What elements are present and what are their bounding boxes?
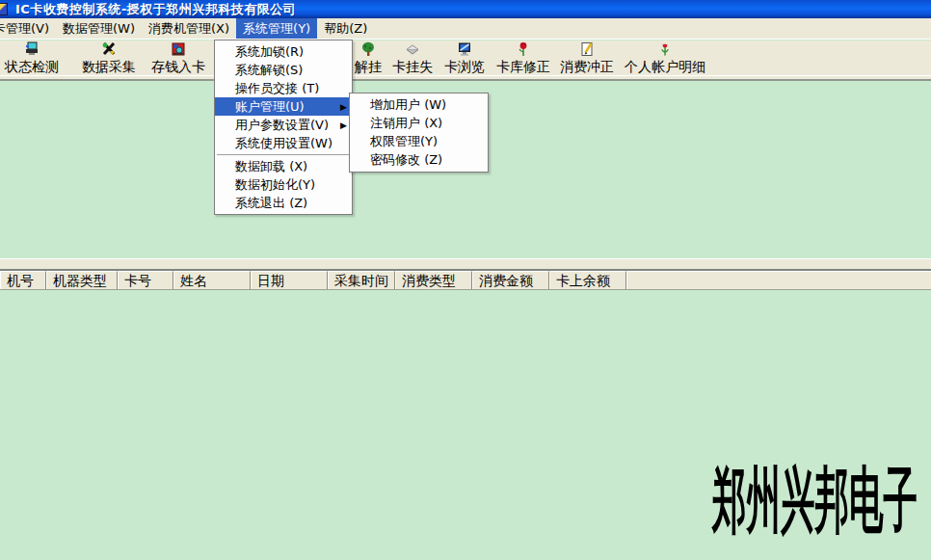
monitor-icon (457, 41, 472, 57)
toolbar-button-reversal[interactable]: 消费冲正 (557, 41, 617, 74)
toolbar-button-label: 数据采集 (82, 60, 136, 74)
column-header-card-balance[interactable]: 卡上余额 (549, 271, 626, 289)
window-title: IC卡收费控制系统-授权于郑州兴邦科技有限公司 (15, 1, 296, 18)
menu-item-data-unload[interactable]: 数据卸载 (X) (215, 157, 352, 175)
toolbar-button-deposit-card[interactable]: 存钱入卡 (146, 41, 210, 74)
submenu-item-add-user[interactable]: 增加用户 (W) (350, 95, 488, 114)
column-header-consume-type[interactable]: 消费类型 (395, 271, 472, 289)
toolbar-button-status-check[interactable]: 状态检测 (0, 41, 64, 74)
menu-item-label: 账户管理(U) (235, 98, 305, 116)
submenu-arrow-icon: ▶ (340, 101, 347, 111)
column-header-card-no[interactable]: 卡号 (118, 271, 173, 289)
toolbar-button-label: 卡库修正 (496, 60, 550, 74)
menu-pos-management[interactable]: 消费机管理(X) (142, 18, 236, 39)
column-header-name[interactable]: 姓名 (173, 271, 251, 289)
toolbar-button-account-detail[interactable]: 个人帐户明细 (621, 41, 709, 74)
menu-item-user-param-settings[interactable]: 用户参数设置(V) ▶ (215, 116, 352, 134)
menu-item-system-usage-settings[interactable]: 系统使用设置(W) (215, 134, 352, 152)
submenu-arrow-icon: ▶ (340, 120, 347, 129)
account-management-submenu: 增加用户 (W) 注销用户 (X) 权限管理(Y) 密码修改 (Z) (349, 93, 489, 173)
diamond-icon (405, 41, 420, 57)
menu-system-management[interactable]: 系统管理(Y) (236, 18, 317, 39)
document-pencil-icon (579, 41, 595, 57)
app-icon[interactable] (0, 3, 8, 15)
menu-item-system-unlock[interactable]: 系统解锁(S) (215, 61, 352, 79)
menu-help[interactable]: 帮助(Z) (317, 18, 374, 39)
menu-item-data-init[interactable]: 数据初始化(Y) (215, 175, 352, 194)
toolbar-button-label: 消费冲正 (560, 60, 614, 74)
toolbar-button-card-db-fix[interactable]: 卡库修正 (493, 41, 553, 74)
tree-icon (360, 41, 376, 57)
column-header-machine-type[interactable]: 机器类型 (46, 271, 118, 289)
data-collect-icon (101, 41, 117, 57)
rose-icon (516, 41, 531, 57)
column-header-collect-time[interactable]: 采集时间 (328, 271, 395, 289)
menu-item-system-lock[interactable]: 系统加锁(R) (215, 42, 352, 61)
deposit-card-icon (171, 41, 186, 57)
column-header-filler (626, 271, 931, 289)
menu-item-system-exit[interactable]: 系统退出 (Z) (215, 194, 352, 212)
toolbar-button-report-loss[interactable]: 卡挂失 (386, 41, 439, 74)
toolbar-button-data-collect[interactable]: 数据采集 (77, 41, 141, 74)
column-header-machine-no[interactable]: 机号 (0, 271, 46, 289)
titlebar: IC卡收费控制系统-授权于郑州兴邦科技有限公司 (0, 0, 931, 18)
menu-item-operator-handover[interactable]: 操作员交接 (T) (215, 79, 352, 97)
system-management-menu: 系统加锁(R) 系统解锁(S) 操作员交接 (T) 账户管理(U) ▶ 用户参数… (214, 40, 353, 215)
menu-card-management[interactable]: 卡管理(V) (0, 18, 56, 39)
tulip-icon (657, 41, 673, 57)
column-header-consume-amount[interactable]: 消费金额 (472, 271, 549, 289)
app-window: IC卡收费控制系统-授权于郑州兴邦科技有限公司 卡管理(V) 数据管理(W) 消… (0, 0, 931, 560)
toolbar-button-label: 个人帐户明细 (625, 60, 705, 74)
toolbar-button-card-browse[interactable]: 卡浏览 (438, 41, 492, 74)
menu-data-management[interactable]: 数据管理(W) (56, 18, 142, 39)
toolbar-button-label: 状态检测 (5, 60, 59, 74)
toolbar-button-label: 卡挂失 (392, 60, 433, 74)
toolbar-button-label: 存钱入卡 (151, 60, 205, 74)
submenu-item-permission-management[interactable]: 权限管理(Y) (350, 132, 488, 150)
toolbar-button-label: 卡浏览 (444, 60, 485, 74)
vendor-watermark: 郑州兴邦电子 (712, 464, 918, 535)
menu-item-label: 用户参数设置(V) (235, 117, 329, 134)
toolbar: 状态检测 数据采集 存钱入卡 解挂 卡挂失 (0, 40, 931, 75)
menubar: 卡管理(V) 数据管理(W) 消费机管理(X) 系统管理(Y) 帮助(Z) (0, 18, 931, 40)
toolbar-button-label: 解挂 (355, 60, 382, 74)
submenu-item-change-password[interactable]: 密码修改 (Z) (350, 150, 488, 169)
submenu-item-remove-user[interactable]: 注销用户 (X) (350, 114, 488, 132)
column-header-date[interactable]: 日期 (251, 271, 328, 289)
grid-top-strip (0, 258, 931, 271)
computer-status-icon (24, 41, 40, 57)
menu-item-account-management[interactable]: 账户管理(U) ▶ (215, 97, 352, 116)
grid-header-row: 机号 机器类型 卡号 姓名 日期 采集时间 消费类型 消费金额 卡上余额 (0, 271, 931, 290)
